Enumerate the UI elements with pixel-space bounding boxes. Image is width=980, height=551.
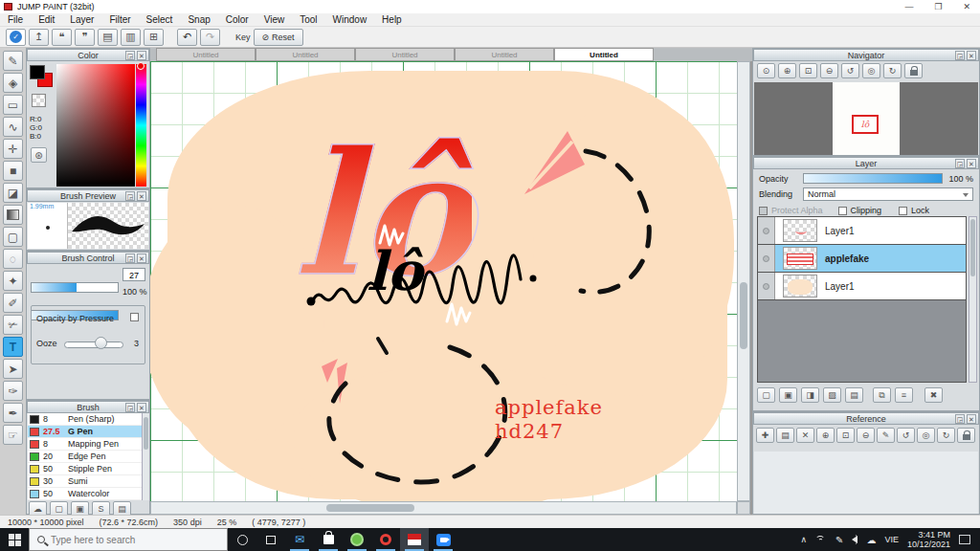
brush-item[interactable]: 8Pen (Sharp) — [28, 413, 142, 426]
layout-button[interactable]: ▥ — [121, 29, 141, 46]
finger-tool-button[interactable]: ✒ — [3, 403, 23, 423]
start-button[interactable] — [0, 528, 29, 551]
select-rect-tool-button[interactable]: ▢ — [3, 227, 23, 247]
publish-button[interactable]: ↥ — [29, 29, 49, 46]
layer-row-selected[interactable]: applefake — [758, 245, 966, 273]
duplicate-layer-button[interactable]: ⧉ — [873, 387, 891, 403]
pen-tray-icon[interactable]: ✎ — [835, 535, 843, 545]
nav-rotate-left-button[interactable]: ↺ — [841, 63, 859, 78]
tab-untitled-5-active[interactable]: Untitled — [554, 48, 654, 61]
layer-panel-header[interactable]: Layer ◲✕ — [753, 157, 979, 169]
ref-rotate-left-button[interactable]: ↺ — [897, 428, 915, 443]
speaker-icon[interactable] — [852, 536, 858, 543]
menu-view[interactable]: View — [256, 14, 293, 25]
operation-tool-button[interactable]: ➤ — [3, 359, 23, 379]
popout-icon[interactable]: ◲ — [955, 159, 965, 168]
brush-control-header[interactable]: Brush Control ◲✕ — [27, 252, 149, 264]
onedrive-icon[interactable]: ☁ — [866, 535, 876, 545]
layer-row[interactable]: Layer1 — [758, 273, 966, 300]
brush-item[interactable]: 50Watercolor — [28, 488, 142, 500]
layer-visibility-cell[interactable] — [758, 273, 775, 299]
close-icon[interactable]: ✕ — [137, 253, 146, 263]
canvas-horizontal-scrollbar[interactable] — [150, 501, 737, 515]
tab-untitled-2[interactable]: Untitled — [256, 48, 355, 61]
eraser-tool-button[interactable]: ◈ — [3, 73, 23, 93]
search-input[interactable] — [51, 535, 204, 545]
close-icon[interactable]: ✕ — [967, 51, 976, 60]
color-picker-area[interactable] — [56, 64, 135, 187]
tab-untitled-3[interactable]: Untitled — [355, 48, 455, 61]
grid-button[interactable]: ⊞ — [144, 29, 164, 46]
popout-icon[interactable]: ◲ — [125, 403, 135, 412]
reset-button[interactable]: ⊘ Reset — [254, 29, 303, 46]
brush-panel-header[interactable]: Brush ◲✕ — [27, 401, 149, 413]
bucket-tool-button[interactable]: ◪ — [3, 183, 23, 203]
brush-size-value[interactable]: 27 — [122, 268, 145, 281]
snap-tool-button[interactable]: ∿ — [3, 117, 23, 137]
taskbar-clock[interactable]: 3:41 PM 10/12/2021 — [907, 530, 950, 549]
ref-clear-button[interactable]: ✕ — [796, 428, 814, 443]
tab-untitled-4[interactable]: Untitled — [455, 48, 554, 61]
taskbar-search[interactable] — [29, 528, 228, 551]
navigator-viewport-box[interactable]: lô — [852, 115, 879, 134]
nav-rotate-right-button[interactable]: ↻ — [883, 63, 902, 78]
close-icon[interactable]: ✕ — [137, 403, 146, 412]
brush-item[interactable]: 30Sumi — [28, 475, 142, 488]
ref-zoom-in-button[interactable]: ⊕ — [816, 428, 835, 443]
reference-header[interactable]: Reference ◲✕ — [753, 412, 979, 425]
layer-opacity-slider[interactable] — [803, 173, 943, 184]
brush-preview-header[interactable]: Brush Preview ◲✕ — [27, 189, 149, 202]
menu-file[interactable]: File — [0, 14, 31, 25]
menu-help[interactable]: Help — [374, 14, 410, 25]
close-icon[interactable]: ✕ — [967, 159, 976, 168]
popout-icon[interactable]: ◲ — [125, 253, 135, 263]
canvas-viewport[interactable]: lô lô applefake hd247 — [150, 61, 737, 501]
document-button[interactable]: ▤ — [98, 29, 118, 46]
popout-icon[interactable]: ◲ — [955, 414, 965, 424]
ref-eyedropper-button[interactable]: ✎ — [877, 428, 895, 443]
foreground-color-swatch[interactable] — [30, 65, 45, 79]
pattern-layer-button[interactable]: ▨ — [823, 387, 841, 403]
canvas-vertical-scrollbar[interactable] — [737, 61, 750, 501]
new-1bit-layer-button[interactable]: ◨ — [801, 387, 819, 403]
palette-button[interactable]: ⊛ — [31, 147, 47, 163]
delete-layer-button[interactable]: ✖ — [924, 387, 943, 403]
language-indicator[interactable]: VIE — [884, 535, 899, 544]
protect-alpha-checkbox[interactable] — [759, 207, 768, 215]
tray-chevron-icon[interactable]: ∧ — [800, 535, 807, 544]
brush-item[interactable]: 20Edge Pen — [28, 451, 142, 463]
cortana-button[interactable] — [228, 528, 256, 551]
brush-item-selected[interactable]: 27.5G Pen — [28, 426, 142, 438]
ref-import-button[interactable]: ✚ — [756, 428, 774, 443]
blending-select[interactable]: Normal — [803, 187, 973, 201]
ooze-slider[interactable] — [64, 342, 123, 348]
nav-lock-button[interactable] — [904, 63, 923, 78]
task-view-button[interactable] — [256, 528, 285, 551]
brush-item[interactable]: 8Mapping Pen — [28, 438, 142, 451]
new-halftone-layer-button[interactable]: ▣ — [779, 387, 797, 403]
eyedropper-tool-button[interactable]: ✑ — [3, 381, 23, 401]
layer-folder-button[interactable]: ▤ — [845, 387, 863, 403]
menu-snap[interactable]: Snap — [180, 14, 217, 25]
message-button[interactable]: ❞ — [75, 29, 95, 46]
menu-filter[interactable]: Filter — [101, 14, 138, 25]
popout-icon[interactable]: ◲ — [125, 51, 135, 60]
notification-center-icon[interactable] — [959, 535, 970, 544]
color-panel-header[interactable]: Color ◲✕ — [27, 49, 149, 61]
clipping-checkbox[interactable] — [838, 207, 847, 215]
cloud-sync-button[interactable]: ✓ — [6, 29, 26, 46]
mail-app-button[interactable]: ✉ — [285, 528, 314, 551]
layer-list-scrollbar[interactable] — [969, 216, 977, 383]
ref-fit-button[interactable]: ⊡ — [836, 428, 855, 443]
layer-visibility-cell[interactable] — [758, 245, 775, 272]
fill-rect-tool-button[interactable]: ■ — [3, 161, 23, 181]
select-pen-tool-button[interactable]: ✐ — [3, 293, 23, 313]
comment-button[interactable]: ❝ — [52, 29, 72, 46]
move-tool-button[interactable]: ✛ — [3, 139, 23, 159]
select-eraser-tool-button[interactable]: ✃ — [3, 315, 23, 335]
v-scroll-thumb[interactable] — [740, 282, 747, 349]
brush-size-slider[interactable] — [31, 282, 119, 293]
nav-fit-button[interactable]: ⊡ — [799, 63, 817, 78]
close-icon[interactable]: ✕ — [963, 2, 970, 11]
hand-tool-button[interactable]: ☞ — [3, 425, 23, 445]
